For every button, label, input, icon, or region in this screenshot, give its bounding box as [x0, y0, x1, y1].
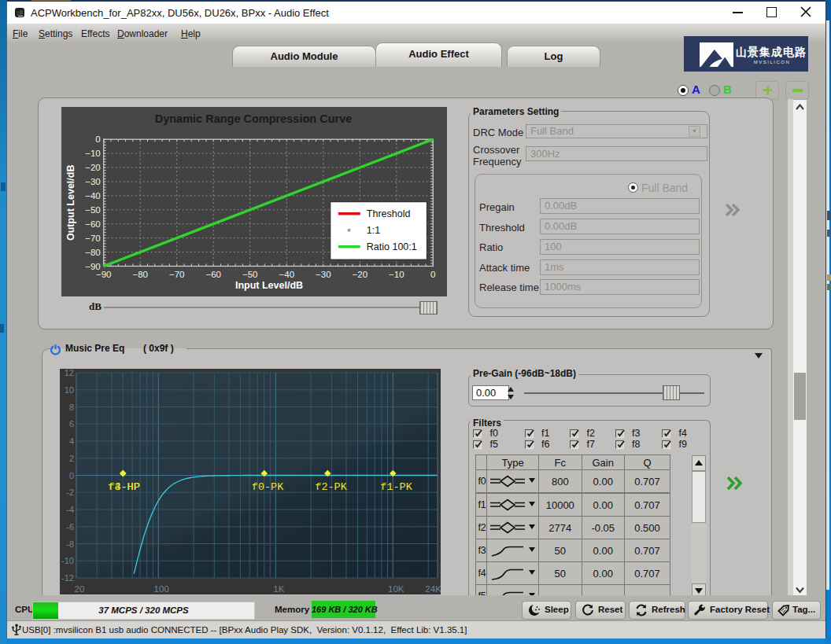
svg-text:−60: −60 [205, 269, 221, 278]
svg-text:−20: −20 [353, 269, 368, 278]
svg-text:-10: -10 [61, 556, 74, 565]
svg-text:-8: -8 [66, 539, 74, 548]
svg-text:-6: -6 [66, 521, 74, 531]
svg-text:−30: −30 [316, 269, 331, 278]
svg-text:−50: −50 [85, 204, 101, 214]
svg-text:−30: −30 [85, 177, 101, 186]
svg-text:Threshold: Threshold [367, 208, 411, 219]
svg-text:f4-HP: f4-HP [108, 480, 140, 492]
svg-text:2: 2 [69, 453, 74, 462]
svg-text:6: 6 [69, 419, 74, 429]
svg-text:f2-PK: f2-PK [315, 480, 347, 492]
svg-text:10K: 10K [388, 584, 404, 594]
svg-text:−40: −40 [85, 190, 101, 200]
svg-text:−70: −70 [169, 269, 185, 278]
svg-text:Ratio 100:1: Ratio 100:1 [367, 241, 417, 252]
svg-text:Output Level/dB: Output Level/dB [65, 164, 76, 241]
svg-text:−80: −80 [132, 269, 148, 278]
svg-text:4: 4 [69, 436, 74, 446]
svg-text:−10: −10 [85, 149, 101, 158]
svg-text:−10: −10 [389, 269, 404, 278]
svg-text:−90: −90 [96, 269, 112, 278]
svg-text:8: 8 [69, 402, 74, 411]
svg-text:100: 100 [154, 584, 169, 594]
svg-text:−20: −20 [85, 163, 101, 172]
svg-text:−50: −50 [242, 269, 258, 278]
svg-text:1K: 1K [273, 584, 284, 594]
svg-text:-4: -4 [66, 505, 74, 514]
svg-text:1:1: 1:1 [367, 225, 380, 236]
svg-text:-2: -2 [66, 488, 74, 497]
svg-text:20: 20 [75, 584, 85, 594]
svg-text:0: 0 [69, 470, 74, 480]
svg-text:−40: −40 [279, 269, 295, 278]
svg-text:0: 0 [95, 134, 100, 144]
svg-text:Input Level/dB: Input Level/dB [235, 279, 303, 290]
svg-text:−70: −70 [85, 233, 101, 242]
svg-text:10: 10 [65, 385, 74, 394]
svg-text:−80: −80 [85, 247, 101, 256]
svg-text:12: 12 [65, 369, 74, 377]
svg-text:24K: 24K [425, 584, 441, 594]
svg-text:-12: -12 [61, 573, 74, 583]
svg-text:f1-PK: f1-PK [380, 480, 412, 492]
svg-text:f0-PK: f0-PK [252, 480, 284, 492]
svg-text:−60: −60 [85, 219, 101, 228]
svg-text:Dynamic Range Compression Curv: Dynamic Range Compression Curve [155, 112, 353, 125]
svg-text:0: 0 [430, 269, 435, 278]
